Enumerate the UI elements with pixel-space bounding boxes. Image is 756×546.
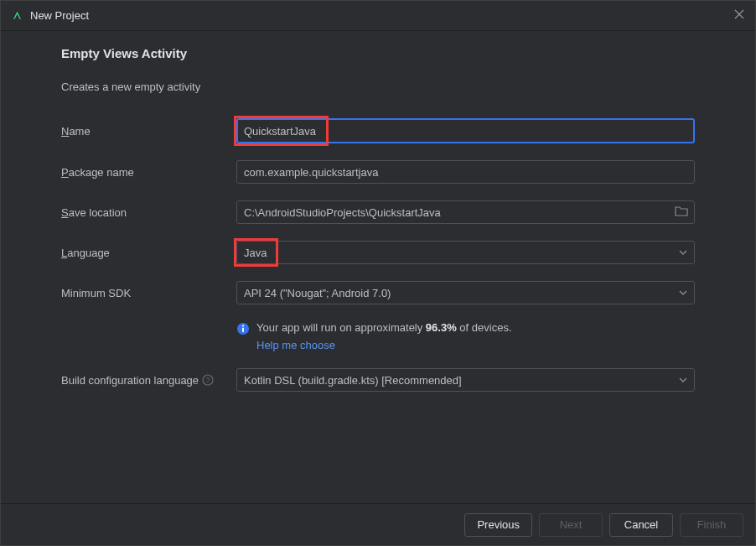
info-icon [236, 322, 250, 335]
build-lang-label: Build configuration language ? [61, 374, 236, 387]
cancel-button[interactable]: Cancel [609, 513, 673, 537]
help-me-choose-link[interactable]: Help me choose [256, 339, 335, 351]
save-location-input[interactable] [236, 200, 695, 224]
footer: Previous Next Cancel Finish [1, 503, 755, 545]
chevron-down-icon [679, 289, 687, 297]
package-input[interactable] [236, 160, 695, 184]
build-lang-value: Kotlin DSL (build.gradle.kts) [Recommend… [244, 374, 462, 387]
minsdk-value: API 24 ("Nougat"; Android 7.0) [244, 287, 391, 299]
minsdk-select[interactable]: API 24 ("Nougat"; Android 7.0) [236, 281, 695, 304]
language-select[interactable]: Java [236, 241, 695, 264]
close-icon[interactable] [733, 8, 745, 23]
device-coverage-text: Your app will run on approximately 96.3%… [256, 321, 512, 334]
chevron-down-icon [679, 376, 687, 384]
android-studio-icon [11, 9, 23, 22]
finish-button: Finish [680, 513, 743, 537]
svg-point-1 [242, 325, 244, 327]
package-label: Package name [61, 166, 236, 179]
window-title: New Project [30, 9, 733, 22]
next-button: Next [539, 513, 603, 537]
browse-folder-icon[interactable] [675, 205, 688, 219]
help-icon[interactable]: ? [202, 374, 214, 386]
save-location-label: Save location [61, 206, 236, 219]
svg-rect-2 [242, 328, 244, 332]
page-subtitle: Creates a new empty activity [61, 81, 695, 93]
svg-text:?: ? [206, 376, 210, 384]
build-lang-select[interactable]: Kotlin DSL (build.gradle.kts) [Recommend… [236, 368, 695, 392]
name-input[interactable] [236, 118, 695, 143]
name-label: Name [61, 125, 236, 138]
chevron-down-icon [679, 248, 687, 257]
titlebar: New Project [1, 1, 755, 31]
minsdk-label: Minimum SDK [61, 287, 236, 299]
page-heading: Empty Views Activity [61, 46, 695, 60]
language-label: Language [61, 247, 236, 259]
language-value: Java [244, 247, 267, 259]
previous-button[interactable]: Previous [464, 513, 532, 537]
